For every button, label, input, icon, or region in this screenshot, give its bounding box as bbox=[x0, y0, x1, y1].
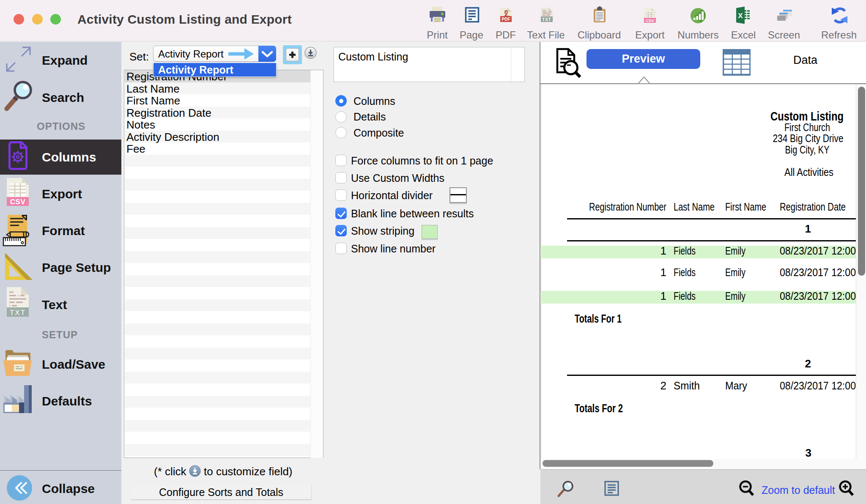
svg-text:234 Big City Drive: 234 Big City Drive bbox=[773, 132, 844, 145]
svg-text:Emily: Emily bbox=[725, 244, 745, 257]
svg-text:Totals For 1: Totals For 1 bbox=[575, 312, 622, 325]
svg-text:2: 2 bbox=[805, 357, 811, 370]
svg-text:1: 1 bbox=[660, 290, 666, 302]
svg-text:Totals For 2: Totals For 2 bbox=[575, 402, 623, 415]
svg-text:08/23/2017 12:00: 08/23/2017 12:00 bbox=[780, 290, 856, 302]
svg-text:08/23/2017 12:00: 08/23/2017 12:00 bbox=[780, 244, 856, 257]
svg-text:TXT: TXT bbox=[10, 309, 26, 317]
svg-text:Emily: Emily bbox=[725, 266, 745, 279]
svg-text:Fields: Fields bbox=[674, 244, 696, 257]
svg-text:08/23/2017 12:00: 08/23/2017 12:00 bbox=[780, 379, 856, 392]
svg-text:First Name: First Name bbox=[725, 200, 766, 213]
svg-text:1: 1 bbox=[660, 266, 666, 279]
svg-text:Smith: Smith bbox=[674, 379, 700, 392]
svg-text:1: 1 bbox=[805, 222, 811, 235]
svg-text:08/23/2017 12:00: 08/23/2017 12:00 bbox=[780, 266, 856, 279]
svg-text:TXT: TXT bbox=[542, 17, 551, 22]
svg-text:Registration Number: Registration Number bbox=[589, 200, 666, 213]
svg-text:Mary: Mary bbox=[725, 379, 747, 392]
svg-text:2: 2 bbox=[660, 379, 666, 392]
svg-text:Emily: Emily bbox=[725, 290, 745, 302]
svg-text:CSV: CSV bbox=[10, 198, 26, 206]
svg-text:Big City, KY: Big City, KY bbox=[785, 143, 830, 156]
svg-text:All Activities: All Activities bbox=[784, 166, 833, 178]
svg-text:1: 1 bbox=[660, 244, 666, 257]
svg-text:CSV: CSV bbox=[646, 18, 654, 23]
svg-text:Last Name: Last Name bbox=[674, 200, 715, 213]
svg-text:X: X bbox=[738, 12, 743, 20]
svg-text:Fields: Fields bbox=[674, 290, 696, 302]
svg-text:Registration Date: Registration Date bbox=[780, 200, 846, 213]
svg-text:PDF: PDF bbox=[502, 17, 510, 22]
svg-text:3: 3 bbox=[806, 446, 811, 459]
svg-text:Fields: Fields bbox=[674, 266, 696, 279]
